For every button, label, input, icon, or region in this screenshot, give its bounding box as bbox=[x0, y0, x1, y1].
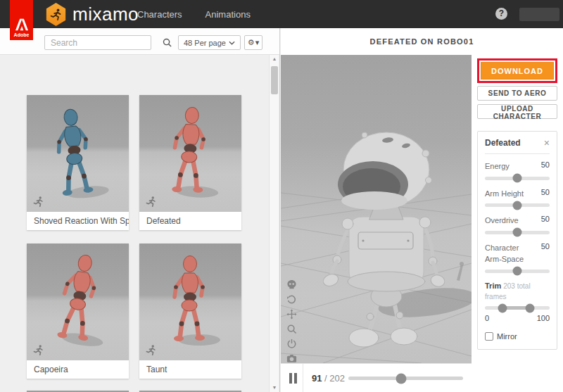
animation-thumbnail bbox=[27, 95, 129, 212]
animation-runner-icon bbox=[145, 196, 157, 208]
user-account-redacted[interactable] bbox=[519, 8, 559, 21]
download-button[interactable]: DOWNLOAD bbox=[481, 62, 554, 80]
mirror-checkbox[interactable] bbox=[485, 332, 493, 341]
animation-card-shoved-reaction[interactable]: Shoved Reaction With Spin bbox=[27, 95, 129, 230]
trim-minmax: 0 100 bbox=[485, 314, 550, 322]
animations-scrollbar[interactable]: ▲ ▼ bbox=[269, 55, 279, 392]
animation-card-capoeira[interactable]: Capoeira bbox=[27, 244, 129, 379]
character-head-icon[interactable] bbox=[286, 279, 298, 291]
panel-title: Defeated bbox=[485, 138, 521, 148]
character-arm-space-slider[interactable] bbox=[485, 270, 550, 273]
robot-scene bbox=[281, 55, 472, 363]
adobe-logo[interactable]: Adobe bbox=[10, 0, 33, 40]
orbit-rotate-icon[interactable] bbox=[286, 293, 298, 305]
total-frames: 202 bbox=[329, 373, 345, 384]
3d-viewer: 91 / 202 bbox=[281, 55, 472, 392]
param-label: Arm Height bbox=[485, 188, 524, 200]
help-button[interactable]: ? bbox=[495, 8, 507, 20]
3d-viewport[interactable] bbox=[281, 55, 472, 363]
animation-card-label: Shoved Reaction With Spin bbox=[27, 212, 129, 230]
zoom-icon[interactable] bbox=[286, 323, 298, 335]
adobe-a-icon bbox=[15, 18, 29, 31]
animation-thumbnail bbox=[27, 244, 129, 360]
panel-header: Defeated × bbox=[485, 138, 550, 154]
animation-settings-panel: Defeated × Energy 50 Arm Height 50 bbox=[477, 131, 557, 350]
param-value: 50 bbox=[541, 188, 550, 196]
param-label: Character Arm-Space bbox=[485, 242, 533, 265]
chevron-down-icon bbox=[229, 41, 235, 45]
scrollbar-thumb[interactable] bbox=[271, 66, 278, 94]
arm-height-slider-thumb[interactable] bbox=[513, 201, 522, 210]
character-arm-space-slider-thumb[interactable] bbox=[513, 267, 522, 276]
upload-character-button[interactable]: UPLOAD CHARACTER bbox=[477, 104, 557, 119]
animation-runner-icon bbox=[32, 196, 44, 208]
animation-runner-icon bbox=[32, 344, 44, 356]
mixamo-hexagon-runner-icon bbox=[45, 3, 67, 26]
param-value: 50 bbox=[541, 215, 550, 223]
viewer-title: DEFEATED ON ROBO01 bbox=[370, 37, 474, 46]
search-box bbox=[44, 35, 151, 50]
trim-range-slider[interactable] bbox=[485, 306, 550, 310]
param-value: 50 bbox=[541, 160, 550, 169]
pan-move-icon[interactable] bbox=[286, 308, 298, 320]
scroll-down-arrow[interactable]: ▼ bbox=[270, 384, 279, 392]
animation-thumbnail bbox=[139, 244, 241, 360]
trim-section: Trim203 total frames 0 100 bbox=[485, 281, 550, 323]
animation-card-label: Capoeira bbox=[27, 360, 129, 379]
animation-card-defeated[interactable]: Defeated bbox=[139, 95, 241, 230]
nav-animations[interactable]: Animations bbox=[205, 9, 251, 20]
overdrive-slider-thumb[interactable] bbox=[513, 228, 522, 237]
timeline-slider-thumb[interactable] bbox=[396, 373, 406, 384]
param-energy: Energy 50 bbox=[485, 160, 550, 180]
energy-slider-thumb[interactable] bbox=[513, 174, 522, 183]
pause-button[interactable] bbox=[289, 373, 298, 384]
download-annotation-highlight: DOWNLOAD bbox=[477, 58, 557, 83]
arm-height-slider[interactable] bbox=[485, 203, 550, 207]
param-arm-height: Arm Height 50 bbox=[485, 188, 550, 208]
frame-separator: / bbox=[322, 373, 329, 384]
close-icon[interactable]: × bbox=[544, 139, 550, 147]
playback-divider bbox=[303, 364, 303, 392]
camera-icon[interactable] bbox=[286, 353, 298, 363]
param-character-arm-space: Character Arm-Space 50 bbox=[485, 242, 550, 273]
viewport-tools bbox=[286, 279, 298, 363]
search-icon[interactable] bbox=[163, 38, 172, 47]
mirror-option[interactable]: Mirror bbox=[485, 332, 550, 341]
trim-label: Trim bbox=[485, 282, 501, 290]
scroll-up-arrow[interactable]: ▲ bbox=[270, 55, 279, 63]
trim-label-row: Trim203 total frames bbox=[485, 281, 550, 303]
animations-browser-panel: 48 Per page ⚙ ▾ Shoved Reaction With Spi… bbox=[0, 28, 280, 392]
nav-characters[interactable]: Characters bbox=[137, 9, 182, 20]
character-figure-red bbox=[139, 95, 241, 212]
mixamo-logo[interactable]: mixamo bbox=[45, 3, 139, 26]
current-frame: 91 bbox=[312, 373, 322, 384]
trim-min-label: 0 bbox=[485, 314, 489, 322]
timeline-slider[interactable] bbox=[348, 377, 463, 380]
animation-thumbnail bbox=[139, 95, 241, 212]
param-value: 50 bbox=[541, 242, 550, 251]
overdrive-slider[interactable] bbox=[485, 231, 550, 234]
brand-name: mixamo bbox=[72, 3, 139, 26]
browser-toolbar: 48 Per page ⚙ ▾ bbox=[0, 28, 279, 55]
character-figure-blue bbox=[27, 95, 129, 212]
action-sidebar: DOWNLOAD SEND TO AERO UPLOAD CHARACTER D… bbox=[472, 55, 563, 392]
trim-high-thumb[interactable] bbox=[526, 303, 535, 312]
character-figure-red bbox=[27, 244, 129, 360]
per-page-select[interactable]: 48 Per page bbox=[178, 35, 241, 50]
settings-dropdown-button[interactable]: ⚙ ▾ bbox=[244, 35, 262, 50]
param-overdrive: Overdrive 50 bbox=[485, 215, 550, 234]
trim-low-thumb[interactable] bbox=[498, 303, 507, 312]
trim-max-label: 100 bbox=[537, 314, 550, 322]
search-input[interactable] bbox=[45, 38, 163, 48]
character-figure-red bbox=[139, 244, 241, 360]
pause-bar bbox=[294, 373, 297, 384]
per-page-value: 48 Per page bbox=[184, 39, 226, 47]
animation-runner-icon bbox=[145, 344, 157, 356]
playback-bar: 91 / 202 bbox=[281, 363, 472, 392]
reset-camera-icon[interactable] bbox=[286, 338, 298, 350]
animation-card-label: Defeated bbox=[139, 212, 241, 230]
animation-card-label: Taunt bbox=[139, 360, 241, 379]
send-to-aero-button[interactable]: SEND TO AERO bbox=[477, 86, 557, 101]
energy-slider[interactable] bbox=[485, 177, 550, 180]
animation-card-taunt[interactable]: Taunt bbox=[139, 244, 241, 379]
